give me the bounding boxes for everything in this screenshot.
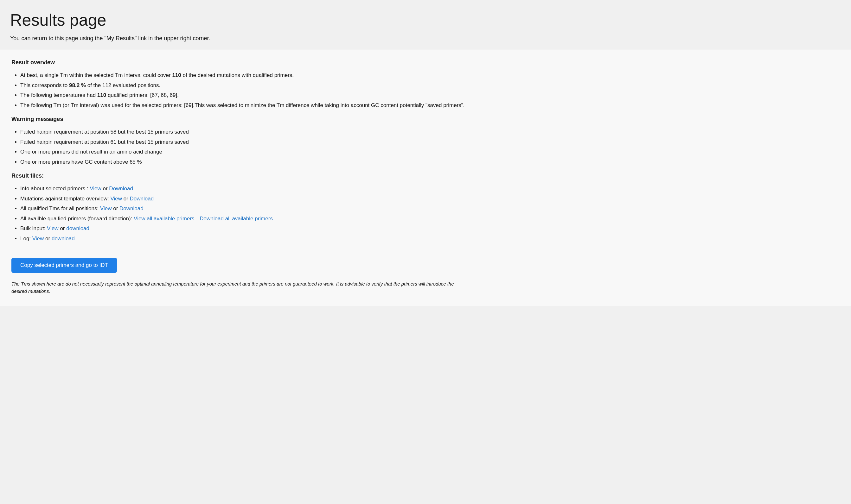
list-item: Info about selected primers : View or Do… xyxy=(20,184,839,193)
download-selected-primers-link[interactable]: Download xyxy=(109,185,133,192)
result-overview-list: At best, a single Tm within the selected… xyxy=(12,71,839,109)
or-text: or xyxy=(124,196,130,202)
warning-list: Failed hairpin requirement at position 5… xyxy=(12,128,839,166)
download-mutations-link[interactable]: Download xyxy=(130,196,154,202)
list-item: Mutations against template overview: Vie… xyxy=(20,195,839,203)
idt-button[interactable]: Copy selected primers and go to IDT xyxy=(12,258,117,273)
result-overview-section: Result overview At best, a single Tm wit… xyxy=(12,58,839,109)
files-section: Result files: Info about selected primer… xyxy=(12,172,839,242)
view-mutations-link[interactable]: View xyxy=(110,196,122,202)
main-content: Result overview At best, a single Tm wit… xyxy=(0,49,851,306)
bold-110-coverage: 110 xyxy=(172,72,181,78)
bold-110-temps: 110 xyxy=(97,92,106,98)
footer-disclaimer: The Tms shown here are do not necessaril… xyxy=(12,281,455,295)
or-text: or xyxy=(60,226,66,231)
warning-section: Warning messages Failed hairpin requirem… xyxy=(12,115,839,166)
file-label-bulk: Bulk input: xyxy=(20,226,47,231)
list-item: All availble qualfied primers (forward d… xyxy=(20,215,839,223)
list-item: Log: View or download xyxy=(20,235,839,243)
view-bulk-link[interactable]: View xyxy=(47,226,58,231)
result-files-title: Result files: xyxy=(12,172,839,180)
list-item: The following Tm (or Tm interval) was us… xyxy=(20,101,839,110)
list-item: Failed hairpin requirement at position 6… xyxy=(20,138,839,146)
list-item: The following temperatures had 110 quali… xyxy=(20,91,839,100)
list-item: Bulk input: View or download xyxy=(20,224,839,233)
download-log-link[interactable]: download xyxy=(52,236,75,241)
or-text: or xyxy=(103,185,109,192)
file-label-mutations: Mutations against template overview: xyxy=(20,196,110,202)
view-all-primers-link[interactable]: View all available primers xyxy=(134,216,194,222)
page-title: Results page xyxy=(10,7,841,32)
file-label-all-primers: All availble qualfied primers (forward d… xyxy=(20,216,134,222)
file-label-selected-primers: Info about selected primers : xyxy=(20,185,90,192)
result-files-list: Info about selected primers : View or Do… xyxy=(12,184,839,242)
download-bulk-link[interactable]: download xyxy=(66,226,89,231)
list-item: One or more primers did not result in an… xyxy=(20,148,839,156)
list-item: This corresponds to 98.2 % of the 112 ev… xyxy=(20,82,839,90)
or-text: or xyxy=(45,236,52,241)
page-subtitle: You can return to this page using the "M… xyxy=(10,34,841,43)
download-all-primers-link[interactable]: Download all available primers xyxy=(199,216,273,222)
view-tms-link[interactable]: View xyxy=(100,205,112,212)
list-item: Failed hairpin requirement at position 5… xyxy=(20,128,839,136)
result-overview-title: Result overview xyxy=(12,58,839,67)
list-item: At best, a single Tm within the selected… xyxy=(20,71,839,79)
warning-title: Warning messages xyxy=(12,115,839,124)
header-section: Results page You can return to this page… xyxy=(0,0,851,49)
file-label-log: Log: xyxy=(20,236,32,241)
or-text: or xyxy=(113,205,119,212)
list-item: All qualified Tms for all positions: Vie… xyxy=(20,204,839,213)
view-selected-primers-link[interactable]: View xyxy=(90,185,101,192)
view-log-link[interactable]: View xyxy=(32,236,44,241)
download-tms-link[interactable]: Download xyxy=(119,205,143,212)
list-item: One or more primers have GC content abov… xyxy=(20,158,839,166)
file-label-tms: All qualified Tms for all positions: xyxy=(20,205,100,212)
bold-percentage: 98.2 % xyxy=(69,82,86,88)
